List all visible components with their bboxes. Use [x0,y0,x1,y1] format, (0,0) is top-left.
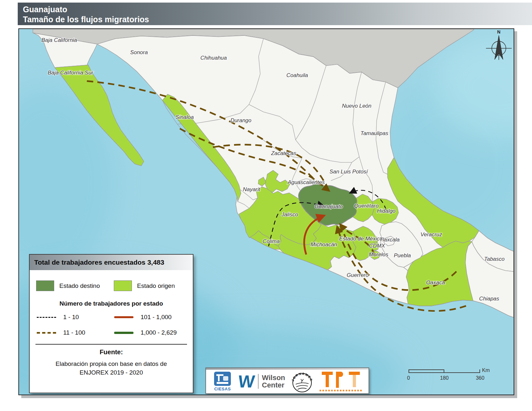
wilson-center-label: Wilson Center [262,374,285,389]
scale-bar-unit: Km [482,367,490,373]
scale-tick-360: 360 [476,375,485,381]
state-label-tamaulipas: Tamaulipas [360,130,389,136]
wilson-center-logo: W Wilson Center [238,373,285,390]
state-label-chihuahua: Chihuahua [200,55,227,61]
tpt-logo [319,372,363,391]
tpt-letters [322,372,360,388]
ciesas-logo: CIESAS [212,372,233,391]
tpt-letter-p [336,372,346,388]
source-text: Elaboración propia con base en datos de … [35,360,188,377]
source-line-2: ENJOREX 2019 - 2020 [35,368,188,377]
state-label-sonora: Sonora [130,49,148,55]
flows-title: Número de trabajadores por estado [35,300,188,307]
state-label-san-luis-potosí: San Luis Potosí [330,169,369,175]
solid-red-line-sample [114,316,133,318]
state-label-tlaxcala: Tlaxcala [379,237,399,243]
state-label-coahuila: Coahuila [286,72,308,78]
dashed-brown-line-sample [37,332,56,334]
destination-swatch [36,280,54,291]
state-label-cdmx: CDMX [369,243,385,249]
scale-bar-segment-1 [409,369,444,373]
state-label-querétaro: Querétaro [354,203,379,209]
scale-tick-180: 180 [440,375,449,381]
state-label-oaxaca: Oaxaca [426,279,445,286]
north-label: N [497,29,500,34]
tpt-letter-t1 [322,372,333,388]
legend-title: Total de trabajadores encuestados 3,483 [30,255,193,270]
legend-swatch-row: Estado destino Estado origen [36,280,186,291]
page-subtitle: Tamaño de los flujos migratorios [23,15,527,24]
map-title-bar: Guanajuato Tamaño de los flujos migrator… [18,3,532,25]
ciesas-icon [214,372,231,386]
state-label-estado-de-méxico: Estado de México [339,236,383,242]
wilson-divider [258,374,259,389]
state-label-zacatecas: Zacatecas [271,150,297,156]
scale-tick-0: 0 [407,375,410,381]
tpt-tagline [320,390,362,391]
legend-panel: Total de trabajadores encuestados 3,483 … [29,254,193,393]
legend-divider [35,344,187,345]
class-label-1-10: 1 - 10 [63,314,108,321]
scale-bar-graphic: Km [409,369,480,373]
flow-classes: 1 - 10 101 - 1,000 11 - 100 1,000 - 2,62… [35,314,188,336]
source-title: Fuente: [35,348,188,356]
state-label-chiapas: Chiapas [479,296,499,302]
state-label-durango: Durango [231,117,251,123]
state-label-sinaloa: Sinaloa [175,114,194,120]
dashed-black-line-sample [37,317,56,318]
origin-label: Estado origen [137,282,186,289]
state-label-nuevo-león: Nuevo León [342,103,371,109]
state-label-hidalgo: Hidalgo [377,208,395,214]
class-label-11-100: 11 - 100 [63,329,108,336]
jornamex-logo: JORNAMEX [291,370,314,393]
state-label-aguascalientes: Aguascalientes [287,179,325,185]
page-title: Guanajuato [23,5,527,15]
state-label-puebla: Puebla [394,252,411,259]
logos-panel: CIESAS W Wilson Center JORNAMEX [205,367,369,394]
state-label-morelos: Morelos [369,251,389,258]
state-label-nayarit: Nayarit [243,186,261,192]
source-line-1: Elaboración propia con base en datos de [35,360,188,368]
ciesas-label: CIESAS [212,387,233,391]
state-label-baja-california-sur: Baja California Sur [48,70,94,76]
wilson-line1: Wilson [262,374,285,381]
state-label-colima: Colima [263,238,280,244]
solid-green-line-sample [114,332,133,334]
class-label-101-1000: 101 - 1,000 [141,314,186,321]
scale-bar-labels: 0 180 360 [409,375,480,382]
legend-body: Estado destino Estado origen Número de t… [30,270,193,380]
page: Guanajuato Tamaño de los flujos migrator… [0,0,532,411]
state-label-tabasco: Tabasco [484,256,504,262]
class-label-1000-2629: 1,000 - 2,629 [141,329,186,336]
state-label-jalisco: Jalisco [281,211,298,218]
scale-bar-segment-2 [444,369,480,373]
state-label-guanajuato: Guanajuato [315,203,343,210]
wilson-line2: Center [262,381,285,389]
wilson-w-icon: W [238,373,256,390]
destination-label: Estado destino [59,282,109,289]
map-canvas[interactable]: Baja CaliforniaSonoraChihuahuaCoahuilaNu… [18,28,514,395]
tpt-letter-t2 [349,372,360,388]
state-label-guerrero: Guerrero [347,272,369,278]
scale-bar: Km 0 180 360 [409,369,480,382]
state-label-michoacán: Michoacán [311,241,337,248]
state-label-veracruz: Veracruz [420,231,442,238]
origin-swatch [114,280,132,291]
state-label-baja-california: Baja California [42,37,77,43]
